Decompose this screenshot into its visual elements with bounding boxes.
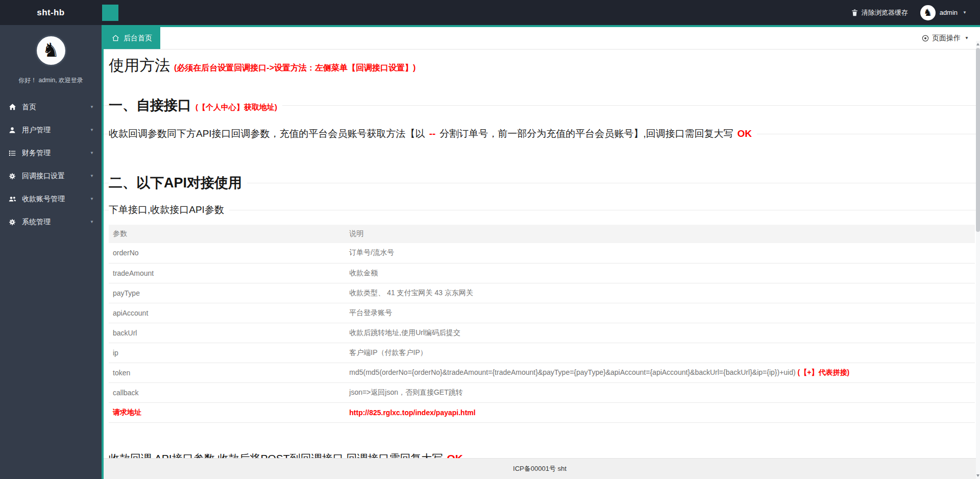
chevron-down-icon: ▼ [90,220,94,224]
list-icon [9,150,17,157]
admin-menu[interactable]: ♞ admin ▼ [920,5,967,20]
scroll-up-arrow-icon[interactable] [976,43,979,45]
desc-cell: http://825.rglxc.top/index/payapi.html [345,402,975,422]
chevron-down-icon: ▼ [965,36,969,40]
table-row: backUrl 收款后跳转地址,使用Url编码后提交 [109,323,975,343]
home-icon [9,103,17,111]
scrollbar[interactable] [976,41,980,479]
page-actions-button[interactable]: 页面操作 ▼ [922,27,980,49]
chevron-down-icon: ▼ [963,10,967,15]
sidebar-item[interactable]: 回调接口设置 ▼ [0,164,102,187]
section2-paragraph: 下单接口,收款接口API参数 [104,204,980,215]
avatar: ♞ [920,5,936,20]
target-icon [922,35,929,42]
desc-cell: json=>返回json，否则直接GET跳转 [345,382,975,402]
desc-cell: 订单号/流水号 [345,243,975,263]
trash-icon [851,9,858,16]
col-header-desc: 说明 [345,225,975,243]
param-cell: apiAccount [109,303,345,323]
table-row: orderNo 订单号/流水号 [109,243,975,263]
sidebar: ♞ 你好！ admin, 欢迎登录 首页 ▼ 用户管理 ▼ 财务管理 ▼ [0,25,102,479]
chevron-down-icon: ▼ [90,105,94,109]
icp-text: ICP备00001号 sht [513,464,567,473]
welcome-text: 你好！ admin, 欢迎登录 [18,76,83,85]
topbar-right: 清除浏览器缓存 ♞ admin ▼ [851,5,980,20]
sidebar-item[interactable]: 收款账号管理 ▼ [0,187,102,210]
param-cell: ip [109,343,345,363]
chevron-down-icon: ▼ [90,174,94,178]
desc-cell: 平台登录账号 [345,303,975,323]
table-row: payType 收款类型、 41 支付宝网关 43 京东网关 [109,283,975,303]
api-params-table: 参数 说明 orderNo 订单号/流水号 tradeAmount 收款金额 [109,225,975,423]
usage-heading-row: 使用方法 (必须在后台设置回调接口->设置方法：左侧菜单【回调接口设置】) [109,56,975,75]
param-cell: token [109,363,345,382]
table-row: apiAccount 平台登录账号 [109,303,975,323]
home-icon [112,34,119,42]
scroll-down-arrow-icon[interactable] [976,474,979,477]
param-cell: callback [109,382,345,402]
table-header-row: 参数 说明 [109,225,975,243]
param-cell: tradeAmount [109,263,345,283]
table-row: ip 客户端IP（付款客户IP） [109,343,975,363]
sidebar-nav: 首页 ▼ 用户管理 ▼ 财务管理 ▼ 回调接口设置 ▼ [0,95,102,233]
param-cell: orderNo [109,243,345,263]
horse-logo-icon: ♞ [42,40,59,60]
page-title: 使用方法 [109,56,170,75]
chevron-down-icon: ▼ [90,151,94,155]
sidebar-item[interactable]: 财务管理 ▼ [0,141,102,164]
horse-logo-icon: ♞ [923,8,932,17]
sidebar-toggle-button[interactable] [102,5,118,21]
users-icon [9,196,17,203]
sidebar-item[interactable]: 用户管理 ▼ [0,118,102,141]
clear-cache-label: 清除浏览器缓存 [862,8,908,17]
table-row: tradeAmount 收款金额 [109,263,975,283]
username-label: admin [940,9,958,16]
section2-heading: 二、以下API对接使用 [104,175,980,191]
table-row: 请求地址 http://825.rglxc.top/index/payapi.h… [109,402,975,422]
page-content: 使用方法 (必须在后台设置回调接口->设置方法：左侧菜单【回调接口设置】) 一、… [104,50,980,479]
chevron-down-icon: ▼ [90,128,94,132]
chevron-down-icon: ▼ [90,197,94,201]
page-actions-label: 页面操作 [932,34,961,43]
section1-note: (【个人中心】获取地址) [195,103,277,112]
col-header-param: 参数 [109,225,345,243]
table-row: token md5(md5(orderNo={orderNo}&tradeAmo… [109,363,975,382]
page-title-note: (必须在后台设置回调接口->设置方法：左侧菜单【回调接口设置】) [174,63,415,74]
app-window: sht-hb 清除浏览器缓存 ♞ admin ▼ ♞ 你好！ admin, 欢迎… [0,0,980,479]
logo-avatar: ♞ [35,35,67,66]
main-area: ♞ 你好！ admin, 欢迎登录 首页 ▼ 用户管理 ▼ 财务管理 ▼ [0,25,980,479]
desc-cell: 收款类型、 41 支付宝网关 43 京东网关 [345,283,975,303]
clear-cache-button[interactable]: 清除浏览器缓存 [851,8,908,17]
topbar: sht-hb 清除浏览器缓存 ♞ admin ▼ [0,0,980,25]
footer: ICP备00001号 sht [104,458,976,479]
param-cell: 请求地址 [109,402,345,422]
desc-cell: md5(md5(orderNo={orderNo}&tradeAmount={t… [345,363,975,382]
table-row: callback json=>返回json，否则直接GET跳转 [109,382,975,402]
section1-heading: 一、自接接口 (【个人中心】获取地址) [104,97,980,113]
desc-cell: 收款后跳转地址,使用Url编码后提交 [345,323,975,343]
gear-icon [9,173,17,180]
content-area: 后台首页 页面操作 ▼ 使用方法 (必须在后台设置回调接口->设置方法：左侧菜单… [102,25,980,479]
brand-logo: sht-hb [0,8,102,18]
section1-paragraph: 收款回调参数同下方API接口回调参数，充值的平台会员账号获取方法【以 -- 分割… [104,128,980,139]
tabbar: 后台首页 页面操作 ▼ [104,25,980,50]
section1-title: 一、自接接口 [109,97,191,113]
desc-cell: 收款金额 [345,263,975,283]
gear-icon [9,219,17,226]
param-cell: backUrl [109,323,345,343]
section2-title: 二、以下API对接使用 [109,175,242,191]
user-icon [9,127,17,134]
tab-home[interactable]: 后台首页 [104,27,160,49]
desc-cell: 客户端IP（付款客户IP） [345,343,975,363]
sidebar-item[interactable]: 系统管理 ▼ [0,210,102,233]
param-cell: payType [109,283,345,303]
scrollbar-thumb[interactable] [976,48,980,232]
tab-home-label: 后台首页 [124,34,152,43]
sidebar-item[interactable]: 首页 ▼ [0,95,102,118]
